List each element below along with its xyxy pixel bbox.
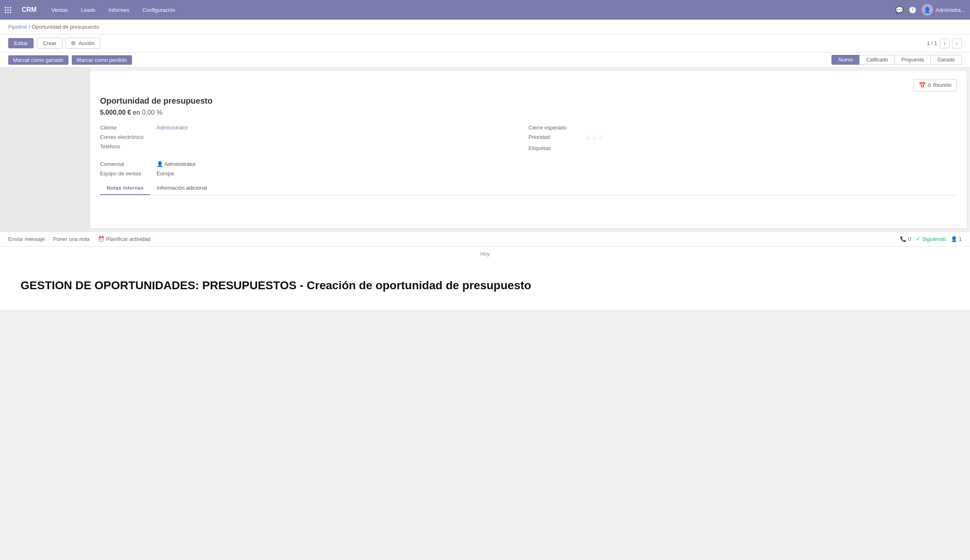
send-message-button[interactable]: Enviar mensaje: [8, 236, 45, 242]
edit-button[interactable]: Editar: [8, 38, 34, 48]
field-cierre: Cierre esperado: [528, 123, 957, 132]
breadcrumb-current: Oportunidad de presupuesto: [32, 24, 99, 30]
action-button[interactable]: ⚙ Acción: [66, 38, 100, 49]
navbar: CRM Ventas Leads Informes Configuración …: [0, 0, 970, 20]
user-icon: 👤: [157, 161, 163, 167]
cierre-label: Cierre esperado: [528, 125, 582, 131]
record-amount: 5.000,00 € en 0,00 %: [100, 109, 957, 116]
timeline: Hoy: [0, 246, 970, 261]
toolbar: Editar Crear ⚙ Acción 1 / 1 ‹ ›: [0, 34, 970, 52]
stage-bar: Marcar como ganado Marcar como perdido N…: [0, 52, 970, 68]
cliente-label: Cliente: [100, 125, 153, 131]
in-label: en: [133, 109, 142, 116]
gear-icon: ⚙: [71, 40, 76, 46]
record-title: Oportunidad de presupuesto: [100, 96, 957, 106]
equipo-label: Equipo de ventas: [100, 170, 153, 177]
stage-nuevo[interactable]: Nuevo: [831, 55, 860, 65]
fields-left: Cliente Administrator Correo electrónico…: [100, 123, 528, 153]
left-sidebar: [0, 68, 90, 231]
activity-icon: ⏰: [98, 236, 105, 242]
clock-icon[interactable]: 🕐: [909, 6, 917, 14]
action-label: Acción: [78, 40, 94, 46]
priority-stars[interactable]: ☆ ☆ ☆: [585, 134, 604, 142]
fields-grid: Cliente Administrator Correo electrónico…: [100, 123, 957, 153]
mark-as-won-button[interactable]: Marcar como ganado: [8, 55, 68, 65]
nav-leads[interactable]: Leads: [78, 5, 98, 15]
user-name: Administra...: [936, 7, 965, 13]
bottom-heading-text: GESTION DE OPORTUNIDADES: PRESUPUESTOS -…: [20, 279, 531, 292]
stage-ganado[interactable]: Ganado: [930, 55, 962, 65]
tabs-row: Notas internas Información adicional: [100, 181, 957, 195]
fields-right: Cierre esperado Prioridad ☆ ☆ ☆ Etiqueta…: [528, 123, 957, 153]
form-header-row: 📅 0 Reunión: [100, 79, 957, 91]
followers-count: 👤 1: [951, 236, 962, 242]
star-3[interactable]: ☆: [598, 134, 604, 142]
add-note-button[interactable]: Poner una nota: [53, 236, 90, 242]
calls-info: 📞 0: [900, 236, 911, 242]
stage-propuesta[interactable]: Propuesta: [895, 55, 931, 65]
stage-steps: Nuevo Calificado Propuesta Ganado: [832, 55, 962, 65]
plan-activity-button[interactable]: ⏰ Planificar actividad: [98, 236, 150, 242]
prev-arrow[interactable]: ‹: [940, 39, 950, 48]
field-cliente: Cliente Administrator: [100, 123, 528, 132]
field-etiquetas: Etiquetas: [528, 143, 957, 153]
tab-content: [100, 195, 957, 220]
comercial-label: Comercial: [100, 161, 153, 167]
breadcrumb-separator: /: [29, 24, 30, 30]
create-button[interactable]: Crear: [37, 38, 63, 49]
timeline-today: Hoy: [480, 251, 490, 257]
following-button[interactable]: ✓ Siguiendo: [916, 236, 946, 242]
fields-bottom: Comercial 👤 Administrator Equipo de vent…: [100, 159, 957, 178]
bottom-heading: GESTION DE OPORTUNIDADES: PRESUPUESTOS -…: [0, 261, 970, 310]
field-telefono: Teléfono: [100, 142, 528, 151]
meeting-button[interactable]: 📅 0 Reunión: [913, 79, 957, 91]
prioridad-label: Prioridad: [528, 134, 582, 140]
equipo-value: Europa: [157, 170, 174, 177]
etiquetas-label: Etiquetas: [528, 145, 582, 151]
check-icon: ✓: [916, 236, 920, 242]
navbar-right: 💬 🕐 👤 Administra...: [895, 4, 965, 16]
field-prioridad: Prioridad ☆ ☆ ☆: [528, 132, 957, 143]
stage-calificado[interactable]: Calificado: [859, 55, 895, 65]
nav-informes[interactable]: Informes: [106, 5, 132, 15]
percent-value: 0,00 %: [142, 109, 162, 116]
msg-right: 📞 0 ✓ Siguiendo 👤 1: [900, 236, 962, 242]
nav-ventas[interactable]: Ventas: [49, 5, 70, 15]
toolbar-right: 1 / 1 ‹ ›: [927, 39, 962, 48]
amount-value: 5.000,00 €: [100, 109, 131, 116]
avatar: 👤: [922, 4, 933, 16]
star-2[interactable]: ☆: [592, 134, 597, 142]
comercial-value: 👤 Administrator: [157, 161, 196, 167]
field-equipo: Equipo de ventas Europa: [100, 169, 957, 178]
user-menu[interactable]: 👤 Administra...: [922, 4, 965, 16]
breadcrumb-parent[interactable]: Pipeline: [8, 24, 27, 30]
field-correo: Correo electrónico: [100, 132, 528, 142]
meeting-label: Reunión: [933, 82, 952, 88]
breadcrumb: Pipeline / Oportunidad de presupuesto: [0, 20, 970, 34]
main-wrapper: 📅 0 Reunión Oportunidad de presupuesto 5…: [0, 68, 970, 231]
form-card: 📅 0 Reunión Oportunidad de presupuesto 5…: [90, 71, 967, 228]
message-bar: Enviar mensaje Poner una nota ⏰ Planific…: [0, 231, 970, 246]
cliente-value[interactable]: Administrator: [157, 125, 188, 131]
tab-notas-internas[interactable]: Notas internas: [100, 181, 150, 195]
next-arrow[interactable]: ›: [952, 39, 962, 48]
correo-label: Correo electrónico: [100, 134, 153, 140]
app-brand: CRM: [22, 6, 36, 14]
app-grid-icon[interactable]: [5, 7, 11, 13]
pagination-label: 1 / 1: [927, 40, 937, 46]
star-1[interactable]: ☆: [585, 134, 591, 142]
tab-informacion-adicional[interactable]: Información adicional: [150, 181, 214, 195]
field-comercial: Comercial 👤 Administrator: [100, 159, 957, 169]
telefono-label: Teléfono: [100, 143, 153, 150]
meeting-count: 0: [928, 82, 931, 88]
mark-as-lost-button[interactable]: Marcar como perdido: [72, 55, 132, 65]
chat-icon[interactable]: 💬: [895, 6, 904, 14]
calendar-icon: 📅: [919, 82, 926, 88]
nav-configuracion[interactable]: Configuración: [140, 5, 178, 15]
